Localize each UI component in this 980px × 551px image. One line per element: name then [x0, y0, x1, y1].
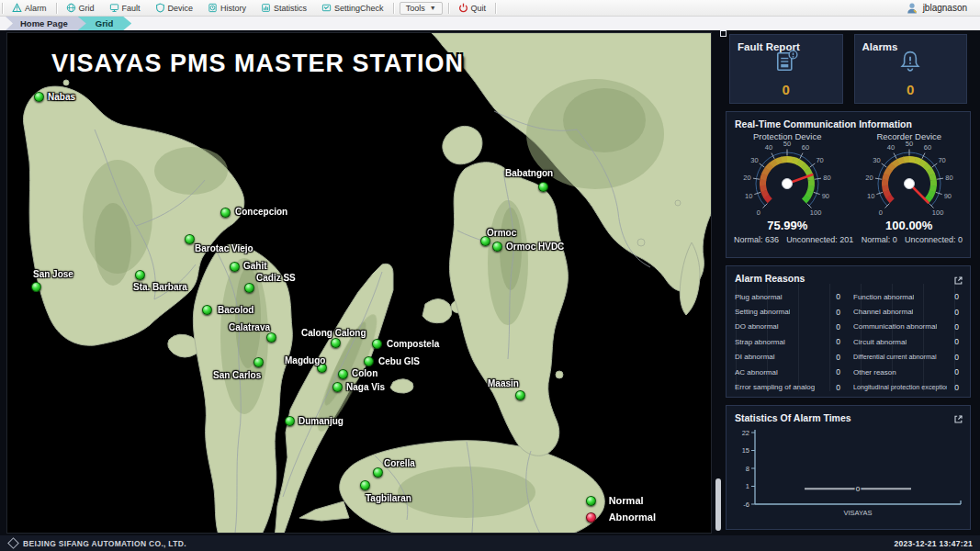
clock: 2023-12-21 13:47:21 — [894, 539, 973, 548]
station-label: Nabas — [48, 92, 75, 103]
station-status-dot[interactable] — [372, 339, 382, 349]
station-label: Tagbilaran — [366, 493, 411, 504]
fault-report-card[interactable]: Fault Report 0 — [729, 34, 843, 104]
username: jblagnason — [923, 3, 967, 13]
station-label: Corella — [384, 458, 415, 469]
svg-text:40: 40 — [887, 143, 895, 152]
alarm-reason-row: DI abnormal0 — [735, 350, 844, 365]
alarm-reason-label: Error sampling of analog — [735, 383, 815, 391]
alarm-reason-label: Function abnormal — [853, 293, 914, 301]
tab-bar: Home Page Grid — [0, 17, 980, 30]
svg-text:15: 15 — [741, 446, 749, 455]
protection-unconnected-count: Unconnected: 201 — [786, 235, 853, 244]
gauge-value: 75.99% — [730, 219, 844, 232]
history-button[interactable]: History — [200, 0, 253, 16]
station-status-dot[interactable] — [285, 416, 295, 426]
alarm-reason-value: 0 — [836, 292, 844, 301]
gauge-chart: 0102030405060708090100 — [852, 141, 966, 219]
station-status-dot[interactable] — [538, 182, 548, 192]
svg-text:70: 70 — [817, 156, 824, 164]
svg-text:10: 10 — [745, 192, 752, 200]
statistics-section: Statistics Of Alarm Times 221581-60VISAY… — [726, 405, 971, 530]
svg-text:30: 30 — [873, 156, 880, 164]
alarm-reason-row: Channel abnormal0 — [853, 304, 963, 319]
svg-text:80: 80 — [824, 174, 831, 182]
station-status-dot[interactable] — [492, 242, 502, 252]
station-status-dot[interactable] — [373, 467, 383, 478]
station-status-dot[interactable] — [266, 332, 276, 343]
alarm-reason-value: 0 — [836, 353, 844, 362]
company-logo-icon — [7, 537, 19, 549]
expand-icon[interactable] — [953, 273, 963, 283]
tab-home-page[interactable]: Home Page — [6, 17, 86, 30]
alarm-reason-value: 0 — [836, 308, 844, 317]
station-status-dot[interactable] — [185, 234, 195, 244]
station-status-dot[interactable] — [34, 92, 44, 102]
expand-icon[interactable] — [953, 412, 963, 422]
svg-text:60: 60 — [802, 143, 809, 152]
grid-button[interactable]: Grid — [59, 0, 102, 16]
fault-button[interactable]: Fault — [102, 0, 148, 16]
station-status-dot[interactable] — [244, 283, 254, 293]
alarm-reason-value: 0 — [954, 308, 963, 317]
station-label: Calong Calong — [301, 328, 366, 339]
alarm-reason-row: DO abnormal0 — [735, 320, 844, 334]
settingcheck-button[interactable]: SettingCheck — [314, 0, 391, 16]
alarms-card[interactable]: Alarms 0 — [854, 34, 968, 104]
station-status-dot[interactable] — [220, 208, 231, 218]
svg-text:30: 30 — [750, 156, 758, 164]
tools-menu-button[interactable]: Tools ▼ — [400, 2, 443, 15]
recorder-device-gauge: Recorder Device 0102030405060708090100 1… — [852, 131, 966, 232]
alarm-reason-label: Circuit abnormal — [853, 338, 907, 346]
svg-text:60: 60 — [924, 143, 931, 152]
map-title: VISAYAS PMS MASTER STATION — [51, 50, 464, 78]
abnormal-status-dot — [586, 512, 596, 523]
main-content: VISAYAS PMS MASTER STATION NabasConcepci… — [0, 30, 980, 535]
station-status-dot[interactable] — [331, 338, 341, 348]
alarm-button[interactable]: Alarm — [5, 0, 54, 16]
alarm-reason-label: Strap abnormal — [735, 338, 785, 346]
station-status-dot[interactable] — [360, 480, 370, 490]
collapse-panel-button[interactable] — [720, 30, 727, 37]
station-status-dot[interactable] — [338, 369, 348, 379]
toolbar-separator — [448, 3, 449, 14]
svg-text:1: 1 — [745, 482, 749, 490]
station-label: Cebu GIS — [378, 356, 420, 367]
user-menu[interactable]: jblagnason — [906, 2, 980, 15]
visayas-map[interactable]: VISAYAS PMS MASTER STATION NabasConcepci… — [6, 32, 712, 534]
station-label: Babatngon — [505, 168, 553, 179]
alarm-reason-label: Channel abnormal — [853, 308, 913, 316]
station-status-dot[interactable] — [202, 305, 212, 315]
station-label: San Jose — [33, 269, 73, 280]
alarm-reason-row: Other reason0 — [853, 365, 963, 379]
svg-text:40: 40 — [765, 143, 772, 152]
station-status-dot[interactable] — [135, 270, 145, 280]
station-label: Sta. Barbara — [133, 282, 187, 293]
legend-normal-label: Normal — [609, 495, 644, 506]
station-status-dot[interactable] — [332, 382, 343, 392]
alarm-reason-row: AC abnormal0 — [735, 365, 844, 379]
station-label: Dumanjug — [299, 416, 344, 427]
quit-button[interactable]: Quit — [451, 0, 494, 16]
station-label: Ormoc HVDC — [506, 242, 564, 253]
svg-text:22: 22 — [741, 429, 749, 437]
alarm-reason-label: Longitudinal protection exception — [853, 383, 947, 391]
station-status-dot[interactable] — [515, 390, 525, 400]
device-button[interactable]: Device — [148, 0, 201, 16]
rtci-section: Real-Time Communication Information Prot… — [726, 111, 971, 258]
svg-text:0: 0 — [879, 208, 883, 217]
station-label: Ormoc — [487, 228, 516, 239]
alarm-reason-row: Function abnormal0 — [853, 289, 963, 304]
station-status-dot[interactable] — [230, 262, 240, 272]
statistics-title: Statistics Of Alarm Times — [727, 406, 970, 423]
alarm-reason-value: 0 — [954, 367, 963, 377]
station-status-dot[interactable] — [364, 356, 374, 366]
alarm-bell-icon — [896, 48, 924, 75]
scrollbar-thumb[interactable] — [715, 478, 721, 531]
alarm-reason-value: 0 — [836, 322, 844, 332]
settingcheck-label: SettingCheck — [334, 4, 384, 13]
station-status-dot[interactable] — [31, 282, 41, 292]
statistics-button[interactable]: Statistics — [253, 0, 314, 16]
station-status-dot[interactable] — [253, 357, 264, 367]
fault-report-count: 0 — [730, 82, 842, 97]
